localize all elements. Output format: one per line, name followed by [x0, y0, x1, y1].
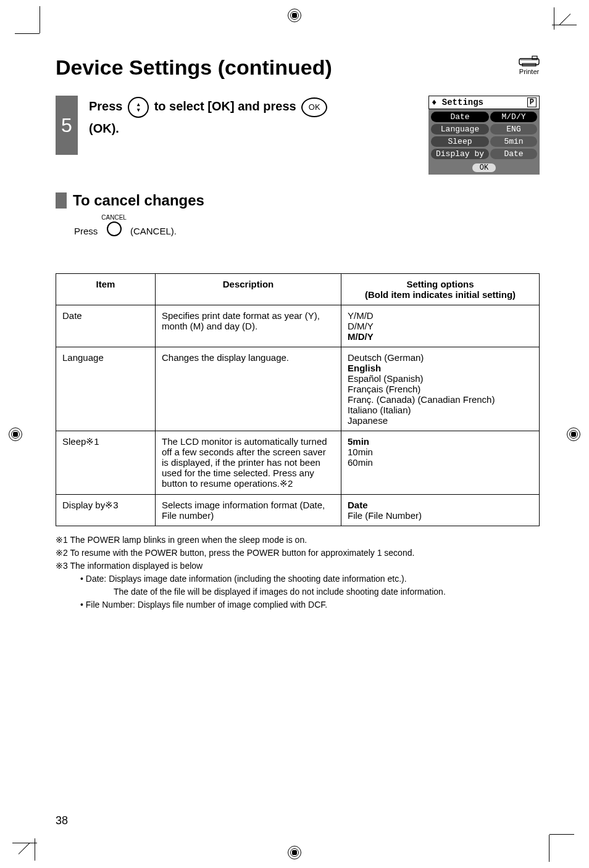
- footnotes: ※1 The POWER lamp blinks in green when t…: [56, 534, 540, 611]
- lcd-row-sleep: Sleep 5min: [431, 136, 537, 147]
- options-bold: M/D/Y: [348, 331, 374, 342]
- note-3b: • File Number: Displays file number of i…: [80, 598, 540, 611]
- lcd-row-value: ENG: [490, 124, 537, 134]
- options-bold: Date: [348, 500, 368, 510]
- th-description: Description: [156, 274, 341, 305]
- arrow-down-icon: ▾: [137, 107, 140, 113]
- cancel-icon: CANCEL: [101, 214, 127, 236]
- options-plain: File (File Number): [348, 510, 422, 521]
- th-options-line1: Setting options: [406, 279, 474, 289]
- cell-item: Display by※3: [56, 495, 156, 526]
- cancel-press: Press: [74, 226, 98, 236]
- table-row: Language Changes the display language. D…: [56, 347, 540, 431]
- table-row: Date Specifies print date format as year…: [56, 305, 540, 347]
- lcd-body: Date M/D/Y Language ENG Sleep 5min Displ…: [428, 109, 540, 162]
- cell-options: Date File (File Number): [341, 495, 540, 526]
- lcd-row-date: Date M/D/Y: [431, 112, 537, 122]
- lcd-header: ♦ Settings P: [428, 96, 540, 109]
- options-plain: Español (Spanish) Français (French) Fran…: [348, 373, 495, 426]
- settings-table: Item Description Setting options(Bold it…: [56, 273, 540, 526]
- lcd-header-title: ♦ Settings: [432, 97, 483, 107]
- lcd-row-label: Date: [431, 112, 489, 122]
- cancel-icon-label: CANCEL: [101, 214, 127, 221]
- crop-mark: [15, 33, 40, 34]
- cell-item: Date: [56, 305, 156, 347]
- ok-icon: OK: [301, 97, 327, 117]
- registration-mark: [288, 9, 301, 22]
- printer-badge: Printer: [519, 56, 540, 75]
- crop-mark: [552, 25, 577, 25]
- cell-options: Y/M/D D/M/Y M/D/Y: [341, 305, 540, 347]
- cell-item: Sleep※1: [56, 431, 156, 495]
- heading-bar-icon: [56, 192, 67, 209]
- crop-mark: [12, 843, 37, 843]
- table-header-row: Item Description Setting options(Bold it…: [56, 274, 540, 305]
- printer-label: Printer: [519, 68, 539, 75]
- crop-mark: [19, 843, 30, 854]
- cell-description: Changes the display language.: [156, 347, 341, 431]
- printer-icon: [519, 56, 540, 67]
- lcd-row-language: Language ENG: [431, 124, 537, 134]
- note-3a: • Date: Displays image date information …: [80, 572, 540, 585]
- th-options-line2: (Bold item indicates initial setting): [365, 289, 516, 300]
- note-3: ※3 The information displayed is below: [56, 560, 540, 572]
- options-bold: 5min: [348, 436, 369, 447]
- crop-mark: [549, 834, 574, 835]
- th-item: Item: [56, 274, 156, 305]
- lcd-row-value: Date: [490, 149, 537, 159]
- crop-mark: [559, 14, 570, 25]
- cell-description: Specifies print date format as year (Y),…: [156, 305, 341, 347]
- table-row: Display by※3 Selects image information f…: [56, 495, 540, 526]
- options-plain: 10min 60min: [348, 447, 373, 468]
- registration-mark: [9, 428, 22, 441]
- lcd-mode-badge: P: [527, 97, 537, 107]
- lcd-row-label: Language: [431, 124, 489, 134]
- lcd-row-displayby: Display by Date: [431, 149, 537, 159]
- crop-mark: [40, 6, 40, 33]
- step-text-mid: to select [OK] and press: [154, 99, 300, 113]
- cancel-heading: To cancel changes: [73, 192, 204, 209]
- cancel-after: (CANCEL).: [130, 226, 177, 236]
- cell-description: The LCD monitor is automatically turned …: [156, 431, 341, 495]
- cancel-ring-icon: [107, 221, 122, 236]
- table-row: Sleep※1 The LCD monitor is automatically…: [56, 431, 540, 495]
- step-text-prefix: Press: [89, 99, 126, 113]
- lcd-row-value: M/D/Y: [490, 112, 537, 122]
- step-instruction: Press ▴ ▾ to select [OK] and press OK (O…: [89, 96, 417, 139]
- cancel-instruction: Press CANCEL (CANCEL).: [74, 214, 540, 236]
- note-2: ※2 To resume with the POWER button, pres…: [56, 547, 540, 560]
- lcd-panel: ♦ Settings P Date M/D/Y Language ENG Sle…: [428, 96, 540, 175]
- options-bold: English: [348, 363, 381, 373]
- note-1: ※1 The POWER lamp blinks in green when t…: [56, 534, 540, 547]
- lcd-footer: OK: [428, 162, 540, 175]
- options-plain: Deutsch (German): [348, 352, 424, 363]
- tool-icon: ♦: [432, 97, 437, 107]
- crop-mark: [35, 838, 35, 861]
- th-options: Setting options(Bold item indicates init…: [341, 274, 540, 305]
- cell-item: Language: [56, 347, 156, 431]
- page-title: Device Settings (continued): [56, 56, 540, 80]
- lcd-row-value: 5min: [490, 136, 537, 147]
- crop-mark: [554, 7, 554, 30]
- lcd-ok-pill: OK: [472, 163, 496, 172]
- lcd-row-label: Display by: [431, 149, 489, 159]
- step-text-suffix: (OK).: [89, 122, 119, 135]
- note-3a-sub: The date of the file will be displayed i…: [114, 585, 540, 598]
- registration-mark: [288, 846, 301, 859]
- cancel-heading-row: To cancel changes: [56, 192, 540, 209]
- page-number: 38: [56, 814, 68, 827]
- crop-mark: [549, 835, 549, 862]
- lcd-title-text: Settings: [442, 97, 483, 107]
- step-number: 5: [56, 96, 78, 155]
- cell-options: Deutsch (German) English Español (Spanis…: [341, 347, 540, 431]
- options-plain: Y/M/D D/M/Y: [348, 310, 374, 331]
- lcd-row-label: Sleep: [431, 136, 489, 147]
- ok-glyph: OK: [309, 101, 320, 114]
- cell-options: 5min 10min 60min: [341, 431, 540, 495]
- cell-description: Selects image information format (Date, …: [156, 495, 341, 526]
- up-down-icon: ▴ ▾: [128, 97, 149, 118]
- registration-mark: [567, 428, 580, 441]
